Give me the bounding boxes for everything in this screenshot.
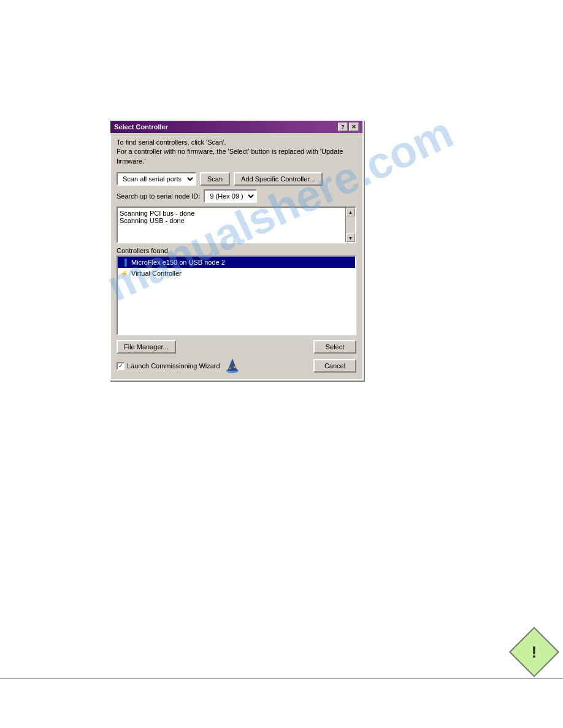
svg-point-3	[229, 368, 231, 370]
wizard-icon	[224, 357, 241, 374]
controller-virtual-icon: ⚡	[120, 269, 129, 278]
controllers-list[interactable]: ▐ MicroFlex e150 on USB node 2 ⚡ Virtual…	[117, 256, 356, 335]
launch-wizard-checkbox[interactable]: ✓	[117, 362, 124, 370]
scan-controls-row: Scan all serial ports Scan Add Specific …	[117, 172, 356, 186]
controller-item-empty-1[interactable]	[118, 279, 355, 289]
add-specific-controller-button[interactable]: Add Specific Controller...	[234, 172, 322, 186]
bottom-divider	[0, 678, 563, 679]
warning-icon: !	[532, 642, 537, 661]
scan-line1: Scanning PCI bus - done	[120, 210, 343, 217]
scan-output-area: Scanning PCI bus - done Scanning USB - d…	[117, 207, 356, 243]
svg-marker-1	[228, 358, 237, 371]
launch-wizard-text: Launch Commissioning Wizard	[127, 362, 220, 370]
select-button[interactable]: Select	[313, 340, 356, 354]
controller-item-1[interactable]: ⚡ Virtual Controller	[118, 268, 355, 279]
controller-name-1: Virtual Controller	[131, 270, 182, 277]
launch-wizard-label[interactable]: ✓ Launch Commissioning Wizard	[117, 362, 220, 370]
search-label: Search up to serial node ID:	[117, 192, 200, 200]
dialog-title: Select Controller	[114, 123, 168, 131]
controllers-section: Controllers found ▐ MicroFlex e150 on US…	[117, 247, 356, 335]
controller-usb-icon: ▐	[120, 258, 129, 267]
node-id-dropdown[interactable]: 9 (Hex 09 )	[204, 189, 257, 203]
scroll-up-arrow[interactable]: ▲	[347, 208, 355, 216]
info-text: To find serial controllers, click 'Scan'…	[117, 138, 356, 166]
scan-button[interactable]: Scan	[200, 172, 230, 186]
dialog-controls: ? ✕	[338, 123, 359, 131]
controllers-found-label: Controllers found	[117, 247, 356, 254]
scan-line2: Scanning USB - done	[120, 217, 343, 224]
dialog-body: To find serial controllers, click 'Scan'…	[110, 133, 362, 379]
warning-diamond-shape: !	[509, 627, 559, 677]
help-button[interactable]: ?	[338, 123, 348, 131]
controller-item-empty-4[interactable]	[118, 308, 355, 318]
wizard-row: ✓ Launch Commissioning Wizard Cancel	[117, 357, 356, 374]
scan-scrollbar[interactable]: ▲ ▼	[345, 208, 355, 242]
info-line1: To find serial controllers, click 'Scan'…	[117, 138, 356, 147]
select-controller-dialog: Select Controller ? ✕ To find serial con…	[109, 119, 364, 381]
close-button[interactable]: ✕	[349, 123, 359, 131]
search-node-row: Search up to serial node ID: 9 (Hex 09 )	[117, 189, 356, 203]
scan-ports-dropdown[interactable]: Scan all serial ports	[117, 172, 196, 186]
info-line2: For a controller with no firmware, the '…	[117, 147, 356, 166]
scroll-down-arrow[interactable]: ▼	[347, 233, 355, 242]
controller-item-empty-2[interactable]	[118, 289, 355, 298]
cancel-button[interactable]: Cancel	[313, 359, 356, 373]
controller-item-0[interactable]: ▐ MicroFlex e150 on USB node 2	[118, 257, 355, 268]
file-manager-button[interactable]: File Manager...	[117, 340, 176, 354]
svg-point-2	[234, 366, 236, 368]
controller-item-empty-3[interactable]	[118, 298, 355, 308]
dialog-titlebar: Select Controller ? ✕	[110, 121, 362, 133]
bottom-buttons-row: File Manager... Select	[117, 340, 356, 354]
controller-name-0: MicroFlex e150 on USB node 2	[131, 259, 225, 266]
